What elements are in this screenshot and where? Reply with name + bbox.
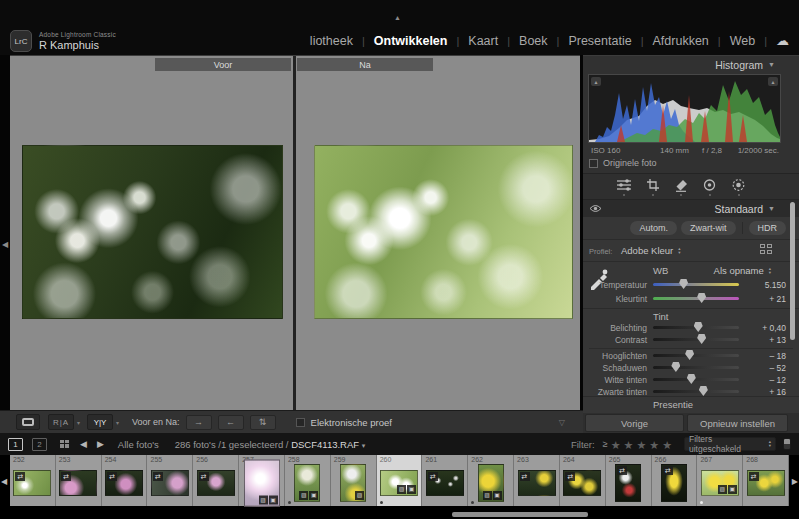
thumb-image[interactable]: ⇄ xyxy=(197,470,235,496)
module-tab-web[interactable]: Web xyxy=(730,34,755,48)
chevron-down-icon[interactable]: ▾ xyxy=(116,419,119,426)
sync-badge-icon[interactable]: ⇄ xyxy=(749,472,759,481)
filmstrip-thumbnail[interactable]: 267 ▨▣ xyxy=(697,455,743,506)
module-tab-kaart[interactable]: Kaart xyxy=(468,34,498,48)
filmstrip-scroll-left-icon[interactable]: ◀ xyxy=(1,477,7,486)
filmstrip-thumbnail[interactable]: 254 ⇄ xyxy=(102,455,148,506)
reference-view-button[interactable]: R|A xyxy=(48,414,74,430)
after-photo[interactable] xyxy=(314,145,573,319)
slider-track[interactable] xyxy=(653,326,739,329)
slider-thumb[interactable] xyxy=(671,362,680,372)
thumb-image[interactable]: ⇄ xyxy=(13,470,51,496)
filmstrip-thumbnail[interactable]: 262 ▨▣ xyxy=(468,455,514,506)
thumb-image[interactable]: ⇄ xyxy=(105,470,143,496)
thumb-image[interactable]: ⇄ xyxy=(518,470,556,496)
masking-tool[interactable] xyxy=(731,178,746,196)
star-icon[interactable]: ★ xyxy=(624,439,634,451)
thumb-image[interactable]: ⇄ xyxy=(426,470,464,496)
previous-photo-icon[interactable]: ◀ xyxy=(80,439,87,449)
secondary-window-button[interactable]: 2 xyxy=(32,438,47,451)
slider-track[interactable] xyxy=(653,297,739,300)
slider-thumb[interactable] xyxy=(697,334,706,344)
slider-thumb[interactable] xyxy=(697,293,706,303)
filmstrip-thumbnail[interactable]: 265 ⇄ xyxy=(606,455,652,506)
profile-browser-icon[interactable] xyxy=(760,244,773,255)
sync-badge-icon[interactable]: ⇄ xyxy=(15,472,25,481)
reset-button[interactable]: Opnieuw instellen xyxy=(687,414,788,432)
edit-badge-icon[interactable]: ▨ xyxy=(483,491,492,500)
filmstrip-thumbnail[interactable]: 266 ⇄ xyxy=(652,455,698,506)
edit-tool[interactable] xyxy=(616,178,632,196)
chevron-down-icon[interactable]: ▾ xyxy=(77,419,80,426)
slider-track[interactable] xyxy=(653,354,739,357)
module-tab-ontwikkelen[interactable]: Ontwikkelen xyxy=(374,34,448,48)
sync-badge-icon[interactable]: ⇄ xyxy=(428,472,438,481)
filmstrip-scrollbar[interactable] xyxy=(452,512,588,517)
filmstrip-thumbnail[interactable]: 261 ⇄ xyxy=(422,455,468,506)
slider-value[interactable]: + 13 xyxy=(740,335,786,345)
slider-track[interactable] xyxy=(653,390,739,393)
filmstrip-thumbnail[interactable]: 263 ⇄ xyxy=(514,455,560,506)
thumb-image[interactable]: ⇄ xyxy=(615,464,641,502)
slider-value[interactable]: – 18 xyxy=(740,351,786,361)
edit-badge-icon[interactable]: ▨ xyxy=(259,495,268,504)
module-tab-presentatie[interactable]: Presentatie xyxy=(568,34,631,48)
before-after-view-button[interactable]: Y|Y xyxy=(87,414,113,430)
crop-badge-icon[interactable]: ▣ xyxy=(269,495,278,504)
slider-track[interactable] xyxy=(653,366,739,369)
filmstrip-scroll-right-icon[interactable]: ▶ xyxy=(792,477,798,486)
healing-tool[interactable] xyxy=(674,178,688,196)
crop-badge-icon[interactable]: ▣ xyxy=(407,485,416,494)
filmstrip-thumbnail[interactable]: 252 ⇄ xyxy=(10,455,56,506)
crop-tool[interactable] xyxy=(646,178,660,196)
profile-select[interactable]: Adobe Kleur▴▾ xyxy=(621,245,681,256)
previous-button[interactable]: Vorige xyxy=(585,414,684,432)
thumb-image[interactable]: ⇄ xyxy=(661,464,687,502)
collapse-top-panel-icon[interactable]: ▲ xyxy=(394,14,401,21)
edit-badge-icon[interactable]: ▨ xyxy=(355,491,364,500)
loupe-view-button[interactable] xyxy=(16,414,40,430)
sync-badge-icon[interactable]: ⇄ xyxy=(61,472,71,481)
filmstrip-thumbnail[interactable]: 257 ▨▣ xyxy=(239,455,285,506)
crop-badge-icon[interactable]: ▣ xyxy=(493,491,502,500)
basic-panel-header[interactable]: Standaard ▼ xyxy=(583,200,799,217)
filmstrip-thumbnail[interactable]: 258 ▨▣ xyxy=(285,455,331,506)
module-tab-boek[interactable]: Boek xyxy=(519,34,548,48)
slider-value[interactable]: – 52 xyxy=(740,363,786,373)
edit-badge-icon[interactable]: ▨ xyxy=(299,491,308,500)
cloud-sync-icon[interactable]: ☁ xyxy=(776,33,789,48)
copy-before-to-after-button[interactable]: → xyxy=(186,415,212,430)
slider-thumb[interactable] xyxy=(687,374,696,384)
highlight-clipping-icon[interactable]: ▲ xyxy=(768,77,778,86)
sync-badge-icon[interactable]: ⇄ xyxy=(663,466,673,475)
slider-value[interactable]: + 0,40 xyxy=(740,323,786,333)
histogram-header[interactable]: Histogram ▼ xyxy=(583,56,775,73)
sync-badge-icon[interactable]: ⇄ xyxy=(617,466,627,475)
slider-thumb[interactable] xyxy=(699,386,708,396)
thumb-image[interactable]: ⇄ xyxy=(59,470,97,496)
slider-track[interactable] xyxy=(653,378,739,381)
original-photo-checkbox[interactable] xyxy=(589,159,598,168)
filmstrip-thumbnail[interactable]: 253 ⇄ xyxy=(56,455,102,506)
soft-proof-checkbox[interactable] xyxy=(296,418,305,427)
panel-scrollbar[interactable] xyxy=(790,202,795,340)
shadow-clipping-icon[interactable]: ▲ xyxy=(591,77,601,86)
filter-preset-select[interactable]: Filters uitgeschakeld ▴▾ xyxy=(684,437,776,451)
module-tab-afdrukken[interactable]: Afdrukken xyxy=(653,34,709,48)
slider-thumb[interactable] xyxy=(694,322,703,332)
filmstrip-thumbnail[interactable]: 268 ⇄ xyxy=(743,455,789,506)
sync-badge-icon[interactable]: ⇄ xyxy=(199,472,209,481)
crop-badge-icon[interactable]: ▣ xyxy=(728,485,737,494)
wb-preset-select[interactable]: Als opname▴▾ xyxy=(714,265,771,276)
crop-badge-icon[interactable]: ▣ xyxy=(309,491,318,500)
slider-value[interactable]: + 21 xyxy=(740,294,786,304)
star-icon[interactable]: ★ xyxy=(611,439,621,451)
collapse-left-panel-icon[interactable]: ◀ xyxy=(0,240,10,249)
sync-badge-icon[interactable]: ⇄ xyxy=(153,472,163,481)
main-window-button[interactable]: 1 xyxy=(8,438,23,451)
module-tab-liotheek[interactable]: liotheek xyxy=(310,34,353,48)
sync-badge-icon[interactable]: ⇄ xyxy=(107,472,117,481)
thumb-image[interactable]: ▨▣ xyxy=(294,464,320,502)
slider-thumb[interactable] xyxy=(685,350,694,360)
filmstrip-thumbnail[interactable]: 264 ⇄ xyxy=(560,455,606,506)
